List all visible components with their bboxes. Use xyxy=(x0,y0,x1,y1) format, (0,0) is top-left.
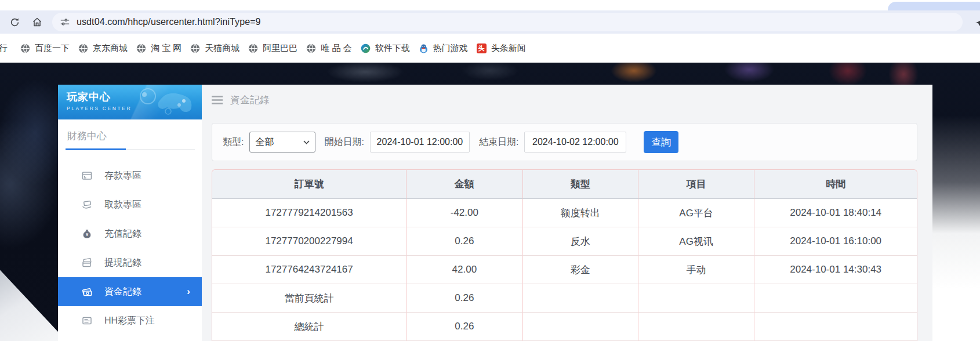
site-settings-icon[interactable] xyxy=(60,17,70,27)
globe-icon xyxy=(248,43,258,53)
menu-toggle-icon[interactable] xyxy=(212,96,223,104)
toutiao-icon: 头 xyxy=(477,43,487,53)
sidebar-item-lottery-bet[interactable]: HH彩票下注 xyxy=(58,306,202,335)
globe-icon xyxy=(306,43,316,53)
background-light-wedge xyxy=(0,240,67,341)
lottery-bet-icon xyxy=(80,315,94,327)
cell-type: 彩金 xyxy=(522,256,638,284)
section-underline xyxy=(66,149,195,150)
bookmark-toutiao[interactable]: 头 头条新闻 xyxy=(477,43,526,54)
page-background: 玩家中心 PLAYERS CENTER 財務中心 xyxy=(0,63,980,341)
cell-time: 2024-10-01 14:30:43 xyxy=(754,256,917,284)
bookmark-partial[interactable]: 行 xyxy=(0,43,8,54)
chevron-down-icon xyxy=(303,140,310,144)
cell-order: 1727764243724167 xyxy=(212,256,406,284)
bookmarks-bar: 行 百度一下 京东商城 淘 宝 网 天猫商城 阿里巴巴 唯 品 会 xyxy=(0,34,980,63)
sidebar-item-deposit[interactable]: 存款專區 xyxy=(58,161,202,190)
finance-center-section: 財務中心 xyxy=(58,119,202,149)
home-icon xyxy=(31,16,43,28)
summary-amount: 0.26 xyxy=(406,313,522,341)
content-panel: 玩家中心 PLAYERS CENTER 財務中心 xyxy=(58,85,932,341)
summary-row-total: 總統計 0.26 xyxy=(212,313,917,341)
globe-icon xyxy=(190,43,200,53)
bookmark-vip[interactable]: 唯 品 会 xyxy=(306,43,351,54)
cell-order: 1727770200227994 xyxy=(212,227,406,256)
col-header-order: 訂單號 xyxy=(212,170,406,199)
filter-card: 類型: 全部 開始日期: 2024-10-01 12:00:00 結束日期: 2… xyxy=(212,123,917,161)
gamepad-icon xyxy=(130,87,197,117)
bookmark-software[interactable]: 软件下载 xyxy=(361,43,410,54)
browser-tab[interactable] xyxy=(888,2,980,10)
cell-item: AG视讯 xyxy=(638,227,754,256)
col-header-item: 項目 xyxy=(638,170,754,199)
globe-icon xyxy=(78,43,88,53)
table-row: 1727764243724167 42.00 彩金 手动 2024-10-01 … xyxy=(212,256,917,284)
main-content: 資金記錄 類型: 全部 開始日期: 2024-10-01 12:00:00 結束… xyxy=(202,85,932,341)
sidebar-item-funds-record[interactable]: 資金記錄 › xyxy=(58,277,202,306)
summary-label: 總統計 xyxy=(212,313,406,341)
software-download-icon xyxy=(361,43,371,53)
cell-amount: 42.00 xyxy=(406,256,522,284)
bookmark-jd[interactable]: 京东商城 xyxy=(78,43,128,54)
start-date-label: 開始日期: xyxy=(324,136,364,148)
start-date-input[interactable]: 2024-10-01 12:00:00 xyxy=(370,132,470,153)
cell-item: 手动 xyxy=(638,256,754,284)
globe-icon xyxy=(136,43,146,53)
url-text[interactable]: usdt04.com/hhcp/usercenter.html?iniType=… xyxy=(77,17,261,27)
sidebar: 玩家中心 PLAYERS CENTER 財務中心 xyxy=(58,85,202,341)
type-label: 類型: xyxy=(223,136,244,148)
end-date-input[interactable]: 2024-10-02 12:00:00 xyxy=(524,132,626,153)
globe-icon xyxy=(20,43,30,53)
cell-amount: 0.26 xyxy=(406,227,522,256)
deposit-icon xyxy=(80,170,94,182)
cell-order: 1727779214201563 xyxy=(212,199,406,227)
table-row: 1727770200227994 0.26 反水 AG视讯 2024-10-01… xyxy=(212,227,917,256)
funds-table: 訂單號 金額 類型 項目 時間 1727779214201563 -42.00 xyxy=(212,169,917,341)
reload-icon xyxy=(9,17,20,28)
cell-type: 额度转出 xyxy=(522,199,638,227)
cell-item: AG平台 xyxy=(638,199,754,227)
background-right-fade xyxy=(932,85,980,341)
penguin-game-icon xyxy=(419,43,429,53)
bookmark-baidu[interactable]: 百度一下 xyxy=(20,43,70,54)
main-header: 資金記錄 xyxy=(212,87,917,113)
withdraw-icon xyxy=(80,199,94,211)
partial-toolbar-icon[interactable] xyxy=(975,18,980,30)
url-bar[interactable]: usdt04.com/hhcp/usercenter.html?iniType=… xyxy=(52,13,963,31)
cell-time: 2024-10-01 16:10:00 xyxy=(754,227,917,256)
sidebar-menu: 存款專區 取款專區 ¥ 充值記錄 xyxy=(58,154,202,335)
col-header-time: 時間 xyxy=(754,170,917,199)
reload-button[interactable] xyxy=(7,14,22,30)
sidebar-item-cashout-record[interactable]: 提現記錄 xyxy=(58,248,202,277)
col-header-type: 類型 xyxy=(522,170,638,199)
summary-label: 當前頁統計 xyxy=(212,284,406,313)
funds-record-icon xyxy=(80,286,94,298)
home-button[interactable] xyxy=(30,14,45,30)
search-button[interactable]: 查詢 xyxy=(644,131,678,153)
bookmark-alibaba[interactable]: 阿里巴巴 xyxy=(248,43,297,54)
cell-amount: -42.00 xyxy=(406,199,522,227)
type-select-value: 全部 xyxy=(255,136,274,148)
summary-row-current-page: 當前頁統計 0.26 xyxy=(212,284,917,313)
cashout-record-icon xyxy=(80,257,94,269)
sidebar-item-withdraw[interactable]: 取款專區 xyxy=(58,190,202,219)
summary-amount: 0.26 xyxy=(406,284,522,313)
page-title: 資金記錄 xyxy=(230,93,270,107)
bookmark-games[interactable]: 热门游戏 xyxy=(419,43,468,54)
recharge-record-icon: ¥ xyxy=(80,228,94,240)
table-row: 1727779214201563 -42.00 额度转出 AG平台 2024-1… xyxy=(212,199,917,227)
cell-time: 2024-10-01 18:40:14 xyxy=(754,199,917,227)
sidebar-item-recharge-record[interactable]: ¥ 充值記錄 xyxy=(58,219,202,248)
bookmark-taobao[interactable]: 淘 宝 网 xyxy=(136,43,182,54)
sidebar-banner: 玩家中心 PLAYERS CENTER xyxy=(58,85,202,119)
cell-type: 反水 xyxy=(522,227,638,256)
table-header-row: 訂單號 金額 類型 項目 時間 xyxy=(212,170,917,199)
col-header-amount: 金額 xyxy=(406,170,522,199)
type-select[interactable]: 全部 xyxy=(249,132,315,153)
end-date-label: 結束日期: xyxy=(479,136,518,148)
browser-toolbar: usdt04.com/hhcp/usercenter.html?iniType=… xyxy=(0,10,980,34)
browser-window: usdt04.com/hhcp/usercenter.html?iniType=… xyxy=(0,0,980,341)
bookmark-tmall[interactable]: 天猫商城 xyxy=(190,43,239,54)
chevron-right-icon: › xyxy=(187,286,190,298)
tab-strip xyxy=(0,0,980,10)
